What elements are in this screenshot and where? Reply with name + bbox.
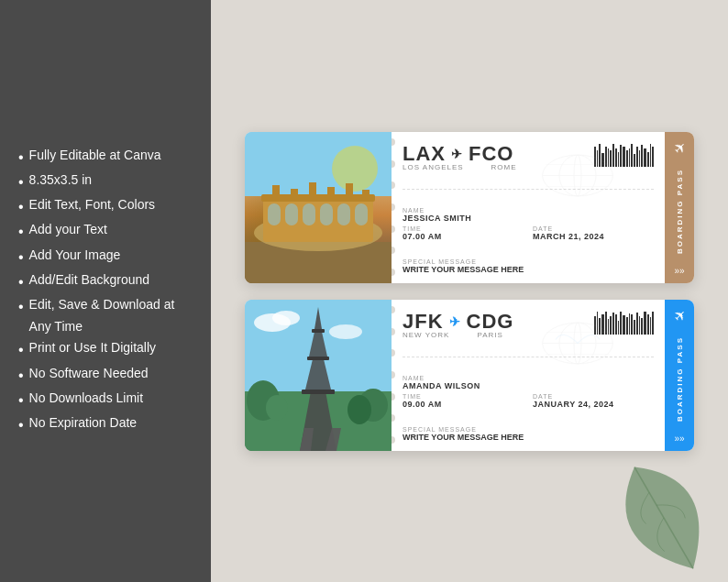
boarding-pass-label-1: BOARDING PASS (676, 169, 684, 254)
svg-rect-36 (312, 329, 325, 333)
svg-point-40 (266, 395, 288, 421)
special-message-2: SPECIAL MESSAGE WRITE YOUR MESSAGE HERE (403, 426, 654, 442)
boarding-pass-strip-2: ✈ BOARDING PASS »» (665, 300, 694, 451)
svg-point-28 (329, 324, 362, 339)
boarding-pass-1: LAX ✈ FCO (245, 132, 694, 283)
boarding-pass-strip-1: ✈ BOARDING PASS »» (665, 132, 694, 283)
feature-item: Print or Use It Digitally (18, 337, 193, 362)
svg-rect-12 (272, 185, 280, 198)
chevron-icon-2: »» (674, 434, 684, 444)
feature-item: No Expiration Date (18, 412, 193, 437)
feature-item: Add your Text (18, 219, 193, 244)
svg-rect-17 (362, 190, 370, 198)
feature-item: Edit, Save & Download at Any Time (18, 294, 193, 338)
feature-item: No Downloads Limit (18, 388, 193, 412)
name-field-2: NAME AMANDA WILSON (403, 375, 524, 390)
feature-item: No Software Needed (18, 363, 193, 388)
ticket-photo-colosseum (245, 132, 392, 283)
feature-item: 8.35x3.5 in (18, 170, 193, 194)
svg-rect-9 (337, 203, 350, 225)
svg-point-27 (272, 311, 300, 325)
svg-rect-15 (327, 187, 335, 198)
fields-2: NAME AMANDA WILSON TIME 09.00 AM DATE JA… (403, 375, 654, 409)
svg-rect-14 (309, 182, 316, 198)
special-message-1: SPECIAL MESSAGE WRITE YOUR MESSAGE HERE (403, 258, 654, 274)
svg-rect-5 (268, 203, 281, 225)
from-city-2: NEW YORK (403, 331, 449, 339)
ticket-2-body: JFK ✈ CDG (392, 300, 665, 451)
flight-path-icon (541, 318, 614, 368)
plane-icon-1: ✈ (669, 137, 690, 159)
svg-point-41 (347, 395, 371, 424)
svg-rect-7 (303, 203, 315, 225)
svg-rect-13 (291, 189, 298, 198)
route-arrow-2: ✈ (449, 314, 461, 329)
name-field-1: NAME JESSICA SMITH (403, 207, 524, 223)
spacer-2 (533, 375, 654, 390)
plane-icon-2: ✈ (669, 305, 690, 326)
sidebar: Fully Editable at Canva 8.35x3.5 in Edit… (0, 0, 211, 582)
svg-rect-8 (320, 203, 333, 225)
svg-rect-32 (302, 390, 335, 394)
features-list: Fully Editable at Canva 8.35x3.5 in Edit… (18, 145, 193, 437)
fields-1: NAME JESSICA SMITH TIME 07.00 AM DATE MA… (403, 207, 654, 241)
feature-item: Add/Edit Background (18, 269, 193, 294)
svg-rect-10 (355, 203, 368, 225)
to-city-1: ROME (491, 163, 517, 171)
ticket-1-body: LAX ✈ FCO (392, 132, 665, 283)
eiffel-image (245, 300, 392, 451)
boarding-pass-label-2: BOARDING PASS (676, 336, 684, 422)
svg-rect-34 (307, 357, 329, 360)
feature-item: Fully Editable at Canva (18, 145, 193, 170)
date-field-2: DATE JANUARY 24, 2024 (533, 393, 654, 409)
feature-item: Add Your Image (18, 245, 193, 269)
time-field-1: TIME 07.00 AM (403, 225, 524, 241)
time-field-2: TIME 09.00 AM (403, 393, 524, 409)
date-field-1: DATE MARCH 21, 2024 (533, 225, 654, 241)
svg-rect-6 (285, 203, 298, 225)
colosseum-image (245, 132, 392, 283)
world-map-icon (541, 150, 614, 201)
content-area: LAX ✈ FCO (211, 0, 728, 582)
to-city-2: PARIS (477, 331, 502, 339)
route-arrow-1: ✈ (451, 147, 463, 161)
boarding-pass-2: JFK ✈ CDG (245, 300, 694, 451)
feature-item: Edit Text, Font, Colors (18, 194, 193, 219)
svg-point-1 (332, 146, 378, 192)
ticket-photo-eiffel (245, 300, 392, 451)
from-city-1: LOS ANGELES (403, 163, 464, 171)
leaf-decoration (590, 445, 728, 582)
chevron-icon-1: »» (674, 266, 684, 276)
svg-rect-16 (346, 183, 353, 198)
spacer-1 (533, 207, 654, 223)
